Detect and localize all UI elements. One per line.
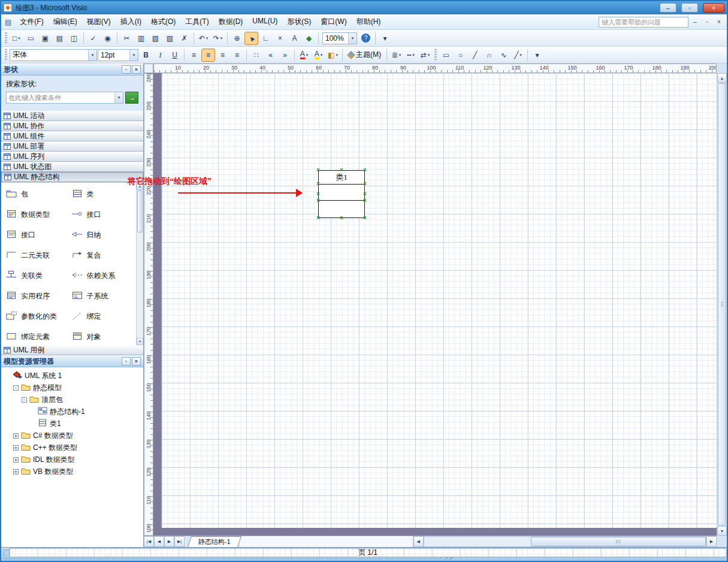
shape-master[interactable]: 二元关联 bbox=[5, 245, 71, 265]
pencil-tool-button[interactable]: ╱ bbox=[511, 49, 525, 62]
arc-tool-button[interactable]: ∩ bbox=[482, 49, 496, 62]
tree-item[interactable]: -顶层包 bbox=[1, 394, 143, 406]
doc-close-button[interactable]: × bbox=[714, 17, 724, 27]
align-left-button[interactable]: ≡ bbox=[187, 49, 201, 62]
menu-item[interactable]: 插入(I) bbox=[116, 15, 146, 29]
menu-item[interactable]: 视图(V) bbox=[82, 15, 116, 29]
menu-item[interactable]: 窗口(W) bbox=[316, 15, 351, 29]
scrollbar-thumb[interactable] bbox=[531, 537, 706, 546]
shape-master[interactable]: 数据类型 bbox=[5, 204, 71, 225]
chevron-down-icon[interactable]: ▾ bbox=[129, 50, 138, 61]
stencil-tab[interactable]: UML 静态结构 bbox=[1, 172, 143, 182]
shape-master[interactable]: 包 bbox=[5, 184, 71, 204]
tree-item[interactable]: 静态结构-1 bbox=[1, 406, 143, 418]
bullets-button[interactable]: ∷ bbox=[249, 49, 263, 62]
line-tool-button[interactable]: ╱ bbox=[468, 49, 482, 62]
scroll-up-icon[interactable]: ▲ bbox=[137, 183, 143, 190]
tree-item[interactable]: 类1 bbox=[1, 418, 143, 430]
shape-master[interactable]: 归纳 bbox=[71, 225, 137, 245]
theme-button[interactable]: 主题(M) bbox=[345, 49, 384, 62]
stencil-tab[interactable]: UML 协作 bbox=[1, 121, 143, 131]
paste-button[interactable]: ▧ bbox=[149, 32, 162, 45]
selection-handle[interactable]: × bbox=[316, 181, 320, 187]
tree-item[interactable]: +C++ 数据类型 bbox=[1, 442, 143, 454]
tree-toggle-plus-icon[interactable]: + bbox=[13, 457, 19, 463]
toolbar-grip[interactable] bbox=[5, 49, 7, 61]
panel-close-button[interactable]: × bbox=[132, 65, 141, 74]
menu-item[interactable]: UML(U) bbox=[247, 15, 282, 29]
shape-master[interactable]: 复合 bbox=[71, 245, 137, 265]
horizontal-scrollbar[interactable] bbox=[424, 536, 706, 547]
selection-handle[interactable]: × bbox=[363, 167, 367, 173]
selection-handle[interactable]: × bbox=[340, 215, 343, 221]
toolbar-options-button[interactable]: ▾ bbox=[530, 49, 544, 62]
new-button[interactable]: □ bbox=[10, 32, 23, 45]
delete-button[interactable]: ✗ bbox=[177, 32, 191, 45]
font-size-combo[interactable]: 12pt ▾ bbox=[98, 49, 138, 61]
pointer-tool-button[interactable]: ▲ bbox=[244, 32, 258, 45]
selection-handle[interactable]: × bbox=[316, 191, 320, 197]
tree-item[interactable]: +VB 数据类型 bbox=[1, 466, 143, 478]
restore-button[interactable]: ▫ bbox=[681, 3, 698, 13]
selection-handle[interactable]: × bbox=[363, 181, 367, 187]
menu-item[interactable]: 形状(S) bbox=[282, 15, 316, 29]
shape-master[interactable]: 类 bbox=[71, 184, 137, 204]
scroll-left-icon[interactable]: ◀ bbox=[413, 536, 424, 547]
page-tab[interactable]: 静态结构-1 bbox=[188, 536, 241, 547]
menu-item[interactable]: 格式(O) bbox=[146, 15, 180, 29]
chevron-down-icon[interactable]: ▾ bbox=[114, 92, 123, 103]
italic-button[interactable]: I bbox=[153, 49, 167, 62]
tree-toggle-minus-icon[interactable]: - bbox=[22, 397, 27, 403]
doc-minimize-button[interactable]: – bbox=[690, 17, 700, 27]
align-center-button[interactable]: ≡ bbox=[201, 49, 215, 62]
line-pattern-button[interactable]: ┅ bbox=[404, 49, 418, 62]
cut-button[interactable]: ✂ bbox=[120, 32, 134, 45]
rectangle-tool-button[interactable]: ▭ bbox=[439, 49, 453, 62]
selection-handle[interactable]: × bbox=[316, 198, 320, 204]
last-page-button[interactable]: ▶| bbox=[174, 536, 185, 547]
tree-toggle-minus-icon[interactable]: - bbox=[13, 385, 19, 391]
stencil-tab[interactable]: UML 活动 bbox=[1, 111, 143, 121]
close-button[interactable]: × bbox=[703, 3, 724, 13]
selection-handle[interactable]: × bbox=[316, 167, 320, 173]
scroll-up-icon[interactable]: ▲ bbox=[717, 73, 727, 83]
align-justify-button[interactable]: ≡ bbox=[230, 49, 244, 62]
shape-master[interactable]: 子系统 bbox=[71, 286, 137, 306]
selection-handle[interactable]: × bbox=[363, 215, 367, 221]
menu-item[interactable]: 帮助(H) bbox=[352, 15, 386, 29]
tree-toggle-plus-icon[interactable]: + bbox=[13, 433, 19, 439]
tree-toggle-plus-icon[interactable]: + bbox=[13, 469, 19, 475]
tree-item[interactable]: -静态模型 bbox=[1, 382, 143, 394]
shape-search-input[interactable] bbox=[7, 94, 114, 101]
menu-item[interactable]: 数据(D) bbox=[214, 15, 248, 29]
menu-item[interactable]: 文件(F) bbox=[15, 15, 48, 29]
highlight-button[interactable]: A bbox=[312, 49, 325, 62]
format-painter-button[interactable]: ▨ bbox=[163, 32, 177, 45]
scrollbar-thumb[interactable] bbox=[718, 83, 726, 525]
scroll-right-icon[interactable]: ▶ bbox=[706, 536, 717, 547]
toolbar-options-button[interactable]: ▾ bbox=[378, 32, 392, 45]
undo-button[interactable]: ↶ bbox=[197, 32, 210, 45]
open-button[interactable]: ▭ bbox=[24, 32, 38, 45]
tree-item[interactable]: UML 系统 1 bbox=[1, 370, 143, 382]
drawing-page[interactable]: 类1 ×××××××××××× bbox=[161, 73, 717, 528]
help-button[interactable]: ? bbox=[359, 32, 373, 45]
bold-button[interactable]: B bbox=[139, 49, 153, 62]
print-button[interactable]: ▤ bbox=[53, 32, 67, 45]
uml-class-shape[interactable]: 类1 ×××××××××××× bbox=[318, 170, 365, 218]
doc-restore-button[interactable]: ▫ bbox=[702, 17, 712, 27]
increase-indent-button[interactable]: » bbox=[278, 49, 292, 62]
chevron-down-icon[interactable]: ▾ bbox=[88, 50, 96, 61]
connector-tool-button[interactable]: ∟ bbox=[259, 32, 273, 45]
selection-handle[interactable]: × bbox=[363, 198, 367, 204]
copy-button[interactable]: ▥ bbox=[134, 32, 148, 45]
chevron-down-icon[interactable]: ▾ bbox=[348, 33, 357, 44]
toolbar-grip[interactable] bbox=[5, 32, 7, 44]
print-preview-button[interactable]: ◫ bbox=[67, 32, 81, 45]
scrollbar-thumb[interactable] bbox=[137, 191, 143, 232]
shape-master[interactable]: 实用程序 bbox=[5, 286, 71, 306]
research-button[interactable]: ◉ bbox=[101, 32, 114, 45]
shape-master[interactable]: 接口 bbox=[71, 204, 137, 225]
hyperlink-button[interactable]: ⊕ bbox=[230, 32, 244, 45]
stencil-tab[interactable]: UML 组件 bbox=[1, 131, 143, 141]
